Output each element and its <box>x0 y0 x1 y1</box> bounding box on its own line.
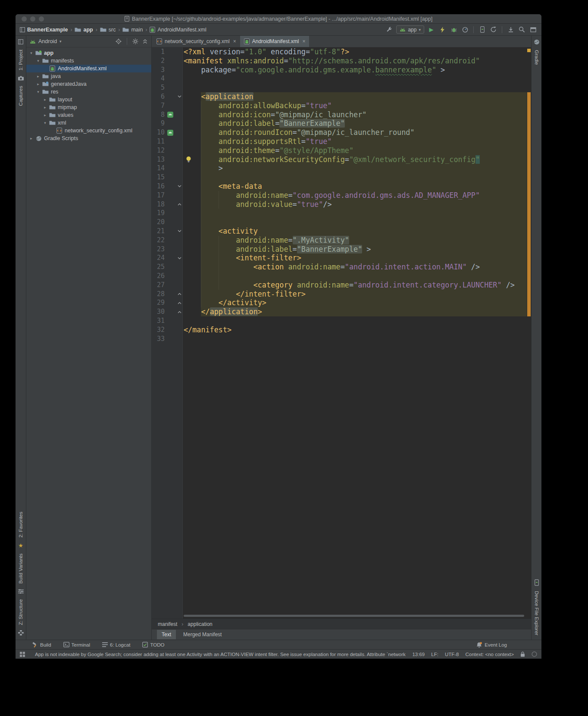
view-selector[interactable]: Android <box>38 38 57 44</box>
avd-manager-icon[interactable] <box>478 25 486 34</box>
toolwindow-favorites[interactable]: 2: Favorites <box>18 512 23 538</box>
tree-item-xml[interactable]: ▾xml <box>26 119 151 127</box>
code-line-26[interactable]: 26 <box>152 272 531 281</box>
encoding-indicator[interactable]: UTF-8 <box>445 652 459 657</box>
code-line-13[interactable]: 13 android:networkSecurityConfig="@xml/n… <box>152 155 531 164</box>
tree-item-network-security-config-xml[interactable]: network_security_config.xml <box>26 127 151 134</box>
caret-position[interactable]: 13:69 <box>412 652 425 657</box>
code-line-4[interactable]: 4 <box>152 74 531 83</box>
error-stripe[interactable] <box>527 47 531 619</box>
toolwindow-logcat-button[interactable]: 6: Logcat <box>102 642 130 647</box>
code-line-22[interactable]: 22 android:name=".MyActivity" <box>152 236 531 245</box>
toolwindow-build-variants[interactable]: Build Variants <box>18 553 23 584</box>
code-line-15[interactable]: 15 <box>152 173 531 182</box>
code-line-24[interactable]: 24 <intent-filter> <box>152 253 531 263</box>
code-line-30[interactable]: 30 </application> <box>152 307 531 316</box>
gradle-icon[interactable] <box>534 39 540 45</box>
tab-android-manifest[interactable]: AndroidManifest.xml × <box>240 36 310 47</box>
tree-collapsed-icon[interactable]: ▸ <box>35 74 41 78</box>
breadcrumb-item-src[interactable]: src <box>109 27 116 33</box>
code-line-6[interactable]: 6 <application <box>152 92 531 101</box>
tree-collapsed-icon[interactable]: ▸ <box>35 82 41 86</box>
stripe-selection-marker[interactable] <box>527 92 531 316</box>
toolwindow-captures[interactable]: Captures <box>18 86 23 106</box>
fold-end-icon[interactable] <box>176 290 183 299</box>
tree-item-androidmanifest-xml[interactable]: AndroidManifest.xml <box>26 65 151 72</box>
gradle-sync-icon[interactable] <box>489 25 497 34</box>
tree-item-app[interactable]: ▾app <box>26 49 151 57</box>
debug-icon[interactable] <box>450 25 458 34</box>
code-line-11[interactable]: 11 android:supportsRtl="true" <box>152 137 531 146</box>
code-line-3[interactable]: 3 package="com.google.android.gms.exampl… <box>152 66 531 75</box>
tree-collapsed-icon[interactable]: ▸ <box>42 113 48 117</box>
apply-changes-icon[interactable] <box>438 25 447 34</box>
tree-item-mipmap[interactable]: ▸mipmap <box>26 103 151 111</box>
tree-item-res[interactable]: ▾res <box>26 88 151 96</box>
toolwindow-device-file-explorer[interactable]: Device File Explorer <box>534 591 539 635</box>
code-line-18[interactable]: 18 android:value="true"/> <box>152 200 531 209</box>
status-message[interactable]: App is not indexable by Google Search; c… <box>35 652 406 657</box>
tree-expanded-icon[interactable]: ▾ <box>35 59 41 63</box>
toolwindow-project[interactable]: 1: Project <box>18 50 23 71</box>
minimize-window-button[interactable] <box>30 16 35 22</box>
search-icon[interactable] <box>518 25 526 34</box>
breadcrumb-item-manifest-file[interactable]: AndroidManifest.xml <box>157 27 206 33</box>
toolwindow-switcher-icon[interactable] <box>20 652 25 657</box>
code-line-9[interactable]: 9 android:label="BannerExample" <box>152 119 531 128</box>
code-line-33[interactable]: 33 <box>152 335 531 344</box>
code-line-25[interactable]: 25 <action android:name="android.intent.… <box>152 263 531 272</box>
code-line-20[interactable]: 20 <box>152 218 531 227</box>
code-line-21[interactable]: 21 <activity <box>152 227 531 236</box>
close-icon[interactable]: × <box>301 38 305 44</box>
close-icon[interactable]: × <box>232 38 236 44</box>
context-indicator[interactable]: Context: <no context> <box>465 652 514 657</box>
toolwindow-structure[interactable]: Z: Structure <box>18 599 23 625</box>
fold-start-icon[interactable] <box>176 253 183 263</box>
tree-collapsed-icon[interactable]: ▸ <box>42 105 48 109</box>
launcher-icon-preview[interactable] <box>165 110 176 119</box>
settings-icon[interactable] <box>132 38 138 44</box>
code-line-19[interactable]: 19 <box>152 209 531 218</box>
sdk-manager-icon[interactable] <box>507 25 515 34</box>
code-line-31[interactable]: 31 <box>152 316 531 325</box>
memory-indicator-icon[interactable] <box>532 651 537 657</box>
lock-icon[interactable] <box>520 651 525 657</box>
fold-start-icon[interactable] <box>176 227 183 236</box>
tree-item-gradle-scripts[interactable]: ▸Gradle Scripts <box>26 134 151 142</box>
profiler-icon[interactable] <box>461 25 469 34</box>
breadcrumb-item-app[interactable]: app <box>83 27 93 33</box>
code-line-32[interactable]: 32</manifest> <box>152 325 531 335</box>
device-file-explorer-icon[interactable] <box>535 579 539 586</box>
scroll-from-source-icon[interactable] <box>116 38 122 44</box>
intention-bulb-icon[interactable] <box>185 156 192 163</box>
code-line-14[interactable]: 14 > <box>152 164 531 173</box>
tree-item-manifests[interactable]: ▾manifests <box>26 57 151 65</box>
code-line-29[interactable]: 29 </activity> <box>152 298 531 307</box>
wrench-icon[interactable] <box>385 25 393 34</box>
run-config-select[interactable]: app ▾ <box>396 25 424 34</box>
code-line-1[interactable]: 1<?xml version="1.0" encoding="utf-8"?> <box>152 47 531 56</box>
breadcrumb-item-main[interactable]: main <box>131 27 143 33</box>
fold-end-icon[interactable] <box>176 307 183 316</box>
code-line-8[interactable]: 8 android:icon="@mipmap/ic_launcher" <box>152 110 531 119</box>
tab-text[interactable]: Text <box>157 630 176 639</box>
close-window-button[interactable] <box>22 16 27 22</box>
code-line-17[interactable]: 17 android:name="com.google.android.gms.… <box>152 191 531 200</box>
code-line-7[interactable]: 7 android:allowBackup="true" <box>152 101 531 110</box>
fold-start-icon[interactable] <box>176 182 183 191</box>
tree-item-generatedjava[interactable]: ▸generatedJava <box>26 80 151 88</box>
zoom-window-button[interactable] <box>39 16 44 22</box>
code-line-27[interactable]: 27 <category android:name="android.inten… <box>152 281 531 290</box>
structure-icon[interactable] <box>18 630 24 635</box>
tree-collapsed-icon[interactable]: ▸ <box>28 136 34 141</box>
build-variants-icon[interactable] <box>18 589 24 594</box>
event-log-button[interactable]: Event Log <box>476 642 507 648</box>
breadcrumb-item-project[interactable]: BannerExample <box>27 27 68 33</box>
code-line-2[interactable]: 2<manifest xmlns:android="http://schemas… <box>152 56 531 66</box>
project-toolwindow-icon[interactable] <box>18 39 23 44</box>
launcher-icon-preview[interactable] <box>165 128 176 137</box>
toolwindow-layout-icon[interactable] <box>529 25 537 34</box>
tree-item-values[interactable]: ▸values <box>26 111 151 119</box>
code-line-12[interactable]: 12 android:theme="@style/AppTheme" <box>152 146 531 155</box>
tab-network-security-config[interactable]: network_security_config.xml × <box>153 36 240 47</box>
